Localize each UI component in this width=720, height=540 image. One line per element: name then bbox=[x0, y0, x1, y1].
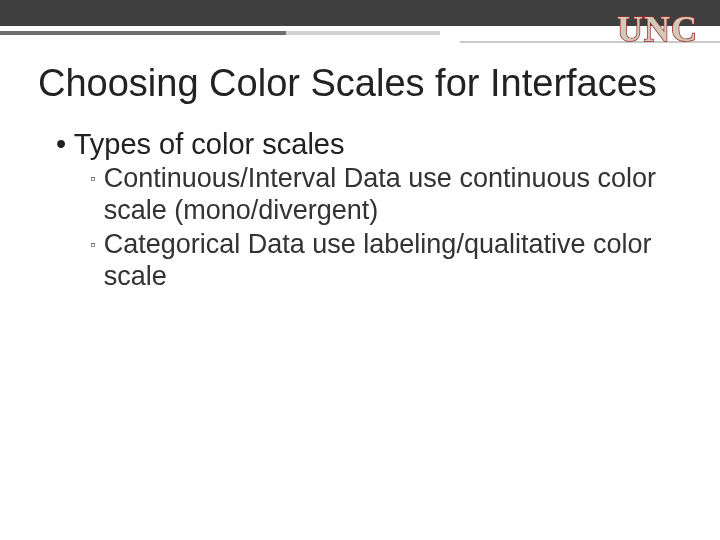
slide-content: Types of color scales ▫ Continuous/Inter… bbox=[56, 128, 670, 294]
accent-line-left bbox=[0, 31, 440, 35]
square-bullet-icon: ▫ bbox=[90, 163, 96, 227]
sub-bullet-continuous: ▫ Continuous/Interval Data use continuou… bbox=[90, 163, 670, 227]
sub-bullet-text: Continuous/Interval Data use continuous … bbox=[104, 163, 670, 227]
unc-logo: UNC bbox=[617, 8, 698, 50]
sub-bullet-list: ▫ Continuous/Interval Data use continuou… bbox=[90, 163, 670, 292]
square-bullet-icon: ▫ bbox=[90, 229, 96, 293]
bullet-types-of-color-scales: Types of color scales bbox=[56, 128, 670, 161]
header-bar bbox=[0, 0, 720, 26]
sub-bullet-text: Categorical Data use labeling/qualitativ… bbox=[104, 229, 670, 293]
sub-bullet-categorical: ▫ Categorical Data use labeling/qualitat… bbox=[90, 229, 670, 293]
slide-title: Choosing Color Scales for Interfaces bbox=[38, 62, 657, 105]
